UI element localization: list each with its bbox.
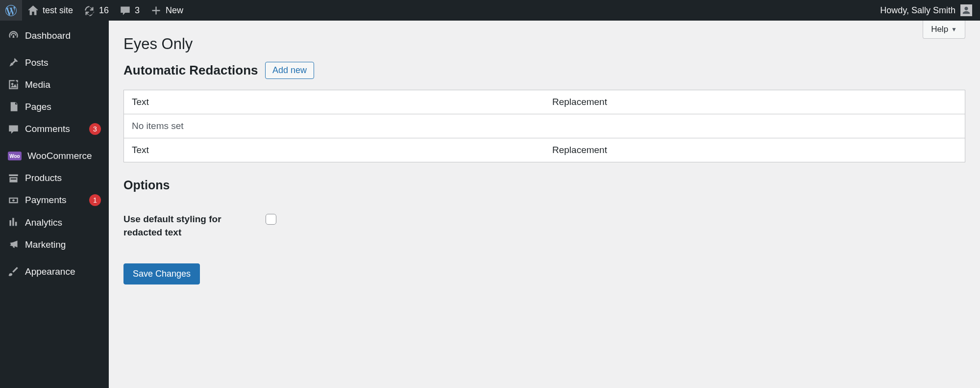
plus-icon (150, 5, 162, 16)
add-new-button[interactable]: Add new (265, 62, 314, 79)
analytics-icon (8, 217, 19, 228)
admin-bar: test site 16 3 New Howdy, Sally Smith (0, 0, 980, 21)
updates-link[interactable]: 16 (78, 0, 114, 21)
sidebar-item-payments[interactable]: Payments 1 (0, 189, 109, 211)
woo-icon: Woo (8, 152, 22, 160)
home-icon (27, 5, 39, 16)
col-text-header[interactable]: Text (124, 90, 545, 114)
sidebar-label: Appearance (25, 266, 75, 277)
col-replacement-footer[interactable]: Replacement (544, 138, 965, 162)
sidebar-label: Comments (25, 124, 70, 134)
sidebar-item-analytics[interactable]: Analytics (0, 211, 109, 233)
avatar (960, 4, 972, 16)
new-content-label: New (166, 5, 183, 16)
media-icon (8, 79, 19, 90)
sidebar-item-posts[interactable]: Posts (0, 52, 109, 74)
pages-icon (8, 101, 19, 112)
payments-icon (8, 195, 19, 206)
updates-count: 16 (99, 5, 109, 16)
sidebar-item-dashboard[interactable]: Dashboard (0, 25, 109, 47)
table-row-empty: No items set (124, 114, 965, 138)
user-account-link[interactable]: Howdy, Sally Smith (877, 4, 975, 16)
wp-logo[interactable] (0, 0, 22, 21)
save-button[interactable]: Save Changes (123, 263, 200, 285)
page-title: Eyes Only (123, 26, 965, 62)
sidebar-label: WooCommerce (27, 151, 92, 161)
sidebar-label: Posts (25, 57, 49, 68)
sidebar-label: Pages (25, 102, 51, 112)
payments-badge: 1 (89, 194, 101, 206)
comments-icon (8, 124, 19, 135)
sidebar-label: Marketing (25, 239, 66, 250)
sidebar-item-media[interactable]: Media (0, 74, 109, 96)
brush-icon (8, 266, 19, 277)
sidebar-item-products[interactable]: Products (0, 167, 109, 189)
sidebar-item-marketing[interactable]: Marketing (0, 233, 109, 256)
wordpress-icon (5, 5, 17, 16)
refresh-icon (84, 5, 95, 16)
site-name-text: test site (43, 5, 73, 16)
comments-count: 3 (135, 5, 140, 16)
chevron-down-icon: ▼ (951, 26, 957, 33)
sidebar-label: Payments (25, 195, 66, 206)
comments-badge: 3 (89, 123, 101, 135)
help-tab[interactable]: Help ▼ (923, 21, 965, 39)
howdy-text: Howdy, Sally Smith (880, 5, 956, 16)
comments-link[interactable]: 3 (114, 0, 145, 21)
col-replacement-header[interactable]: Replacement (544, 90, 965, 114)
megaphone-icon (8, 239, 19, 250)
redactions-heading: Automatic Redactions (123, 63, 258, 78)
sidebar-item-comments[interactable]: Comments 3 (0, 118, 109, 140)
site-name-link[interactable]: test site (22, 0, 78, 21)
sidebar-item-appearance[interactable]: Appearance (0, 260, 109, 283)
sidebar-label: Dashboard (25, 30, 71, 41)
redactions-table: Text Replacement No items set Text Repla… (123, 90, 965, 162)
options-heading: Options (123, 178, 965, 192)
dashboard-icon (8, 30, 19, 41)
main-content: Help ▼ Eyes Only Automatic Redactions Ad… (109, 21, 980, 299)
help-label: Help (931, 25, 948, 34)
admin-sidebar: Dashboard Posts Media Pages Comments 3 W… (0, 21, 109, 388)
empty-message: No items set (124, 114, 965, 138)
sidebar-label: Media (25, 79, 50, 90)
default-styling-checkbox[interactable] (266, 214, 276, 225)
table-header-row: Text Replacement (124, 90, 965, 114)
new-content-link[interactable]: New (145, 0, 189, 21)
col-text-footer[interactable]: Text (124, 138, 545, 162)
option-row-default-styling: Use default styling for redacted text (123, 213, 965, 239)
sidebar-label: Products (25, 173, 62, 183)
user-icon (962, 6, 971, 15)
table-footer-row: Text Replacement (124, 138, 965, 162)
sidebar-item-pages[interactable]: Pages (0, 96, 109, 118)
sidebar-label: Analytics (25, 217, 62, 228)
products-icon (8, 172, 19, 183)
sidebar-item-woocommerce[interactable]: Woo WooCommerce (0, 145, 109, 167)
pin-icon (8, 57, 19, 68)
option-label-default-styling: Use default styling for redacted text (123, 213, 246, 239)
comment-icon (120, 5, 131, 16)
